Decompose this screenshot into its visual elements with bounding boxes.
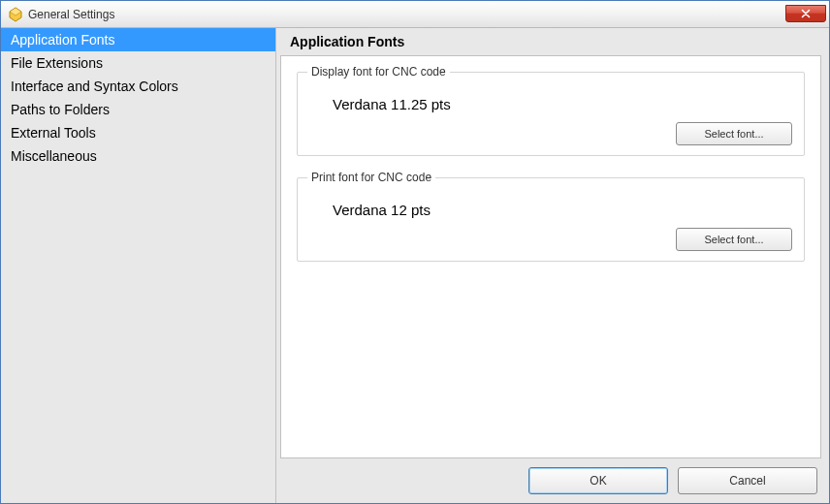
print-font-legend: Print font for CNC code: [307, 171, 435, 184]
sidebar-item-miscellaneous[interactable]: Miscellaneous: [1, 144, 275, 168]
sidebar-item-paths-to-folders[interactable]: Paths to Folders: [1, 98, 275, 121]
main-panel: Application Fonts Display font for CNC c…: [276, 28, 829, 503]
sidebar-item-external-tools[interactable]: External Tools: [1, 121, 275, 144]
sidebar: Application Fonts File Extensions Interf…: [1, 28, 276, 503]
select-print-font-button[interactable]: Select font...: [676, 228, 792, 251]
cancel-button[interactable]: Cancel: [678, 467, 817, 494]
settings-window: General Settings Application Fonts File …: [0, 0, 830, 504]
titlebar: General Settings: [1, 1, 829, 28]
sidebar-item-application-fonts[interactable]: Application Fonts: [1, 28, 275, 51]
dialog-button-row: OK Cancel: [276, 458, 829, 503]
app-icon: [7, 6, 24, 23]
display-font-legend: Display font for CNC code: [307, 65, 450, 79]
select-display-font-button[interactable]: Select font...: [676, 122, 792, 145]
print-font-group: Print font for CNC code Verdana 12 pts S…: [297, 177, 805, 262]
sidebar-item-file-extensions[interactable]: File Extensions: [1, 51, 275, 75]
panel-body: Display font for CNC code Verdana 11.25 …: [280, 55, 821, 458]
sidebar-item-interface-syntax-colors[interactable]: Interface and Syntax Colors: [1, 75, 275, 98]
display-font-group: Display font for CNC code Verdana 11.25 …: [297, 72, 805, 156]
window-title: General Settings: [28, 8, 114, 21]
panel-title: Application Fonts: [276, 28, 829, 55]
content-area: Application Fonts File Extensions Interf…: [1, 28, 829, 503]
close-button[interactable]: [785, 5, 826, 22]
ok-button[interactable]: OK: [528, 467, 668, 494]
